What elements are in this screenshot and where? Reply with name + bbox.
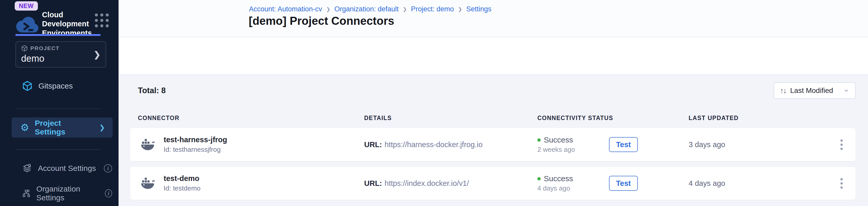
last-updated: 4 days ago — [689, 179, 825, 188]
info-glyph: i — [108, 190, 109, 197]
sort-dropdown[interactable]: ↑↓ Last Modified — [774, 82, 856, 99]
sidebar-item-account-settings[interactable]: Account Settings i — [22, 163, 112, 174]
info-icon[interactable]: i — [105, 189, 112, 198]
connector-name: test-demo — [164, 174, 200, 183]
toolbar: + New Connector Create via YAML Builder … — [119, 37, 868, 75]
sidebar-item-label: Organization Settings — [36, 185, 99, 202]
chevron-down-icon — [843, 87, 849, 94]
url-label: URL: — [364, 179, 382, 187]
gear-icon: ⚙ — [20, 123, 29, 132]
app-window: NEW Cloud Development Environments PROJE… — [0, 0, 868, 206]
app-logo-row: Cloud Development Environments — [15, 10, 95, 38]
connectors-list: Total: 8 ↑↓ Last Modified CONNECTOR DETA… — [119, 75, 868, 206]
kebab-menu-icon[interactable] — [838, 176, 845, 191]
breadcrumb-separator: ❯ — [458, 6, 462, 12]
info-icon[interactable]: i — [104, 164, 112, 173]
sidebar-item-organization-settings[interactable]: Organization Settings i — [22, 185, 112, 202]
status-time: 4 days ago — [537, 184, 597, 192]
column-header-last-updated: LAST UPDATED — [689, 114, 825, 122]
page-header: Account: Automation-cv ❯ Organization: d… — [119, 0, 868, 37]
gitspaces-cube-icon — [22, 80, 33, 92]
docker-icon — [141, 138, 157, 151]
column-header-connectivity-status: CONNECTIVITY STATUS — [537, 114, 689, 122]
table-row[interactable]: test-harness-jfrog Id: testharnessjfrog … — [130, 128, 856, 161]
connector-id: Id: testharnessjfrog — [164, 146, 227, 154]
sidebar-divider — [16, 149, 100, 150]
connector-name: test-harness-jfrog — [164, 135, 227, 144]
url-value: https://harness-docker.jfrog.io — [384, 140, 483, 149]
sidebar-item-label: Project Settings — [35, 119, 94, 136]
kebab-menu-icon[interactable] — [838, 137, 845, 152]
sidebar-item-project-settings[interactable]: ⚙ Project Settings ❯ — [11, 118, 113, 137]
page-title: [demo] Project Connectors — [249, 15, 394, 27]
test-connection-button[interactable]: Test — [609, 176, 638, 191]
sidebar-item-label: Account Settings — [38, 164, 96, 173]
status-dot-icon — [537, 177, 541, 180]
status-text: Success — [544, 135, 573, 144]
docker-icon — [141, 177, 157, 190]
sort-label: Last Modified — [790, 86, 833, 95]
breadcrumb-settings[interactable]: Settings — [466, 5, 492, 13]
column-header-details: DETAILS — [364, 114, 537, 122]
logo-underline — [16, 34, 100, 36]
app-title: Cloud Development Environments — [42, 10, 95, 38]
status-time: 2 weeks ago — [537, 146, 597, 154]
test-connection-button[interactable]: Test — [609, 137, 638, 152]
sort-arrows-icon: ↑↓ — [780, 86, 786, 95]
connector-id: Id: testdemo — [164, 184, 200, 192]
url-value: https://index.docker.io/v1/ — [384, 179, 469, 187]
breadcrumb-separator: ❯ — [403, 6, 407, 12]
total-count: Total: 8 — [130, 86, 166, 95]
breadcrumb-organization[interactable]: Organization: default — [335, 5, 399, 13]
breadcrumb-account[interactable]: Account: Automation-cv — [249, 5, 322, 13]
app-grid-icon[interactable] — [95, 14, 109, 27]
breadcrumb: Account: Automation-cv ❯ Organization: d… — [249, 5, 492, 13]
project-selector[interactable]: PROJECT demo ❯ — [16, 41, 106, 68]
sidebar: NEW Cloud Development Environments PROJE… — [0, 0, 119, 206]
sidebar-item-gitspaces[interactable]: Gitspaces — [22, 80, 73, 92]
url-label: URL: — [364, 140, 382, 149]
project-label: PROJECT — [30, 45, 60, 51]
breadcrumb-separator: ❯ — [326, 6, 331, 12]
table-header-row: CONNECTOR DETAILS CONNECTIVITY STATUS LA… — [130, 113, 856, 122]
project-value: demo — [21, 53, 94, 64]
chevron-right-icon: ❯ — [94, 50, 100, 59]
sidebar-divider — [16, 108, 100, 109]
last-updated: 3 days ago — [689, 140, 825, 149]
status-dot-icon — [537, 138, 541, 142]
table-row[interactable]: test-demo Id: testdemo URL:https://index… — [130, 167, 856, 200]
column-header-connector: CONNECTOR — [130, 114, 364, 122]
org-chart-gear-icon — [22, 188, 31, 199]
chevron-right-icon: ❯ — [99, 124, 105, 132]
info-glyph: i — [107, 165, 109, 172]
new-badge: NEW — [15, 1, 38, 10]
cloud-logo-icon — [15, 14, 40, 34]
breadcrumb-project[interactable]: Project: demo — [411, 5, 454, 13]
list-controls: Total: 8 ↑↓ Last Modified — [130, 82, 856, 99]
status-text: Success — [544, 174, 573, 183]
sidebar-item-label: Gitspaces — [38, 82, 73, 91]
cube-icon — [21, 45, 28, 52]
layers-gear-icon — [22, 163, 32, 174]
